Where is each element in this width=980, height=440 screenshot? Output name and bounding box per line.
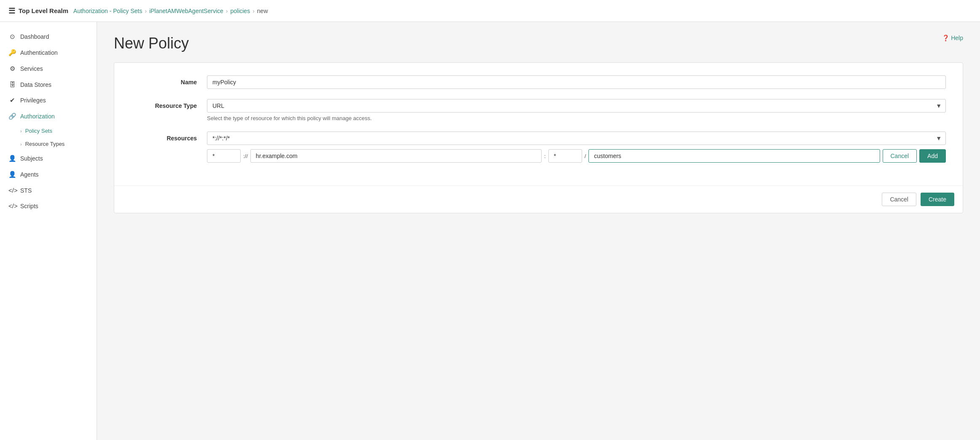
main-content: New Policy ❓ Help Name Resource Type (97, 22, 980, 440)
separator-1: :// (243, 153, 248, 159)
sts-icon: </> (8, 187, 16, 194)
add-button[interactable]: Add (919, 149, 946, 163)
sidebar-item-data-stores[interactable]: 🗄 Data Stores (0, 77, 97, 92)
sidebar-item-label: Services (20, 65, 43, 72)
sidebar-item-policy-sets[interactable]: › Policy Sets (20, 124, 97, 137)
card-body: Name Resource Type URL ▼ (114, 63, 963, 185)
sidebar-item-authentication[interactable]: 🔑 Authentication (0, 45, 97, 61)
path-input[interactable] (588, 149, 880, 163)
resources-control-wrap: *://*:*/* ▼ :// : / (207, 131, 946, 163)
breadcrumb: Authorization - Policy Sets › iPlanetAMW… (73, 8, 268, 14)
scheme-input[interactable] (207, 149, 241, 163)
sidebar-item-dashboard[interactable]: ⊙ Dashboard (0, 29, 97, 45)
realm-label: Top Level Realm (19, 7, 68, 14)
page-header: New Policy ❓ Help (114, 35, 963, 52)
sidebar-sub-auth: › Policy Sets › Resource Types (0, 124, 97, 150)
help-icon: ❓ (942, 35, 949, 41)
sidebar-item-privileges[interactable]: ✔ Privileges (0, 92, 97, 108)
link-icon: 🔗 (8, 113, 16, 120)
card-footer: Cancel Create (114, 185, 963, 213)
resource-type-select[interactable]: URL (207, 99, 946, 113)
breadcrumb-sep-2: › (226, 8, 228, 14)
create-button[interactable]: Create (921, 193, 954, 206)
breadcrumb-sep-3: › (252, 8, 255, 14)
breadcrumb-item-3[interactable]: policies (230, 8, 250, 14)
help-label: Help (951, 35, 963, 41)
chevron-right-icon: › (20, 129, 22, 134)
sidebar-item-label: Subjects (20, 155, 43, 162)
layout: ⊙ Dashboard 🔑 Authentication ⚙ Services … (0, 22, 980, 440)
sidebar-item-label: Scripts (20, 203, 38, 209)
sidebar-item-label: Authentication (20, 49, 58, 56)
breadcrumb-item-1[interactable]: Authorization - Policy Sets (73, 8, 142, 14)
separator-3: / (585, 153, 586, 159)
sidebar-item-authorization[interactable]: 🔗 Authorization (0, 108, 97, 124)
name-input[interactable] (207, 75, 946, 89)
sidebar-item-sts[interactable]: </> STS (0, 182, 97, 198)
breadcrumb-item-4: new (257, 8, 268, 14)
policy-form-card: Name Resource Type URL ▼ (114, 62, 963, 213)
name-row: Name (131, 75, 946, 89)
resources-label: Resources (131, 131, 207, 142)
agents-icon: 👤 (8, 171, 16, 178)
domain-input[interactable] (250, 149, 542, 163)
sidebar-item-resource-types[interactable]: › Resource Types (20, 137, 97, 150)
sidebar-item-label: Data Stores (20, 81, 51, 88)
pattern-select-wrap: *://*:*/* ▼ (207, 131, 946, 145)
sidebar: ⊙ Dashboard 🔑 Authentication ⚙ Services … (0, 22, 97, 440)
gear-icon: ⚙ (8, 65, 16, 72)
sidebar-item-services[interactable]: ⚙ Services (0, 61, 97, 77)
sidebar-item-subjects[interactable]: 👤 Subjects (0, 150, 97, 166)
chevron-right-icon: › (20, 142, 22, 147)
sidebar-item-agents[interactable]: 👤 Agents (0, 166, 97, 182)
resource-type-control-wrap: URL ▼ Select the type of resource for wh… (207, 99, 946, 121)
sidebar-sub-label: Policy Sets (25, 128, 52, 134)
name-label: Name (131, 75, 207, 86)
scripts-icon: </> (8, 202, 16, 209)
database-icon: 🗄 (8, 81, 16, 88)
cancel-inline-button[interactable]: Cancel (883, 149, 917, 163)
breadcrumb-sep-1: › (145, 8, 147, 14)
check-icon: ✔ (8, 97, 16, 104)
subjects-icon: 👤 (8, 155, 16, 162)
resource-type-label: Resource Type (131, 99, 207, 109)
dashboard-icon: ⊙ (8, 33, 16, 40)
sidebar-item-label: Dashboard (20, 33, 49, 40)
sidebar-item-label: STS (20, 187, 32, 194)
name-control-wrap (207, 75, 946, 89)
resource-type-row: Resource Type URL ▼ Select the type of r… (131, 99, 946, 121)
sidebar-item-label: Privileges (20, 97, 46, 104)
sidebar-item-label: Agents (20, 171, 39, 178)
resource-type-select-wrap: URL ▼ (207, 99, 946, 113)
topbar: ☰ Top Level Realm Authorization - Policy… (0, 0, 980, 22)
pattern-select[interactable]: *://*:*/* (207, 131, 946, 145)
key-icon: 🔑 (8, 49, 16, 56)
sidebar-item-scripts[interactable]: </> Scripts (0, 198, 97, 214)
separator-2: : (544, 153, 546, 159)
resources-row: Resources *://*:*/* ▼ :// (131, 131, 946, 163)
help-link[interactable]: ❓ Help (942, 35, 963, 41)
sidebar-item-label: Authorization (20, 113, 55, 120)
port-input[interactable] (548, 149, 582, 163)
grid-icon: ☰ (8, 6, 15, 16)
page-title: New Policy (114, 35, 189, 52)
cancel-button[interactable]: Cancel (882, 193, 916, 206)
pattern-input-row: :// : / Cancel Add (207, 149, 946, 163)
resource-type-hint: Select the type of resource for which th… (207, 115, 946, 121)
sidebar-sub-label: Resource Types (25, 141, 65, 147)
realm-title: ☰ Top Level Realm (8, 6, 68, 16)
breadcrumb-item-2[interactable]: iPlanetAMWebAgentService (149, 8, 223, 14)
